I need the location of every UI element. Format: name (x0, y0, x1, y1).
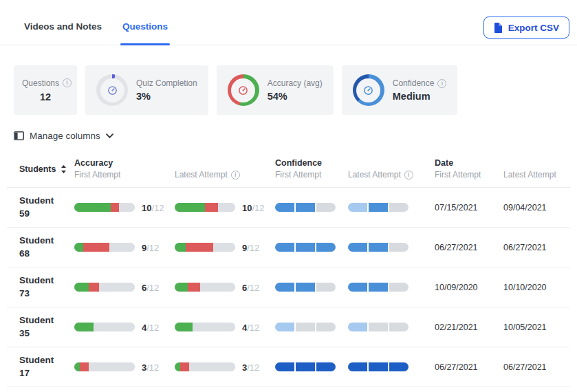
student-name: Student59 (19, 195, 74, 221)
table-body: Student5910/1210/1207/15/202109/04/2021S… (7, 188, 570, 387)
columns-icon (14, 131, 24, 140)
table-row: Student354/124/1202/21/202110/05/2021 (7, 307, 570, 347)
accuracy-bar (74, 203, 135, 212)
column-header-date-latest: Latest Attempt (503, 158, 570, 179)
accuracy-bar-segment (175, 362, 180, 371)
confidence-bar-segment (348, 362, 367, 371)
confidence-label: Confidence (393, 78, 435, 88)
accuracy-bar (74, 283, 135, 292)
accuracy-cell: 10/12 (74, 202, 175, 214)
student-name-cell: Student17 (19, 354, 74, 380)
tab-label: Videos and Notes (24, 21, 102, 32)
accuracy-bar-segment (175, 283, 188, 292)
questions-card-label-row: Questions (22, 78, 69, 88)
confidence-bar (348, 362, 409, 371)
date-group-label: Date (435, 158, 503, 168)
accuracy-cell: 9/12 (74, 241, 175, 254)
confidence-bar-segment (369, 323, 388, 331)
student-name-cell: Student59 (19, 195, 74, 221)
score-label: 10/12 (142, 202, 164, 214)
date-latest-attempt: 06/27/2021 (503, 243, 570, 252)
confidence-bar (275, 203, 336, 212)
confidence-cell (275, 203, 348, 212)
confidence-cell (275, 362, 348, 371)
score: 10 (242, 203, 252, 213)
accuracy-bar-segment (119, 203, 135, 212)
score-label: 6/12 (242, 281, 259, 294)
score-label: 10/12 (242, 202, 265, 214)
score-total: /12 (146, 362, 159, 373)
score-total: /12 (252, 203, 264, 213)
confidence-bar-segment (369, 362, 388, 371)
accuracy-bar-segment (175, 203, 205, 212)
confidence-bar-segment (316, 243, 336, 252)
score-total: /12 (247, 362, 259, 373)
confidence-bar-segment (275, 362, 294, 371)
latest-attempt-label: Latest Attempt (175, 170, 228, 179)
manage-columns-button[interactable]: Manage columns (14, 131, 113, 141)
confidence-bar (348, 203, 409, 212)
accuracy-bar (175, 243, 235, 252)
table-row: Student173/123/1206/27/202106/27/2021 (7, 347, 570, 387)
info-icon[interactable] (63, 78, 72, 87)
confidence-bar-segment (316, 203, 336, 212)
accuracy-bar-segment (175, 323, 193, 331)
info-icon[interactable] (231, 171, 240, 179)
accuracy-bar-segment (74, 243, 83, 252)
student-name: Student17 (19, 354, 74, 380)
column-header-confidence-latest: Latest Attempt (348, 158, 435, 179)
score-label: 3/12 (142, 361, 159, 373)
accuracy-cell: 3/12 (175, 361, 275, 373)
column-header-accuracy-first: Accuracy First Attempt (74, 158, 175, 179)
questions-label: Questions (22, 78, 59, 88)
tab-bar: Videos and Notes Questions Export CSV (0, 0, 577, 45)
column-header-students[interactable]: Students (19, 164, 74, 174)
score-label: 3/12 (242, 361, 259, 373)
confidence-cell (348, 323, 435, 331)
table-row: Student689/129/1206/27/202106/27/2021 (7, 228, 570, 268)
accuracy-stat-card: Accuracy (avg) 54% (217, 65, 334, 115)
confidence-value: Medium (393, 91, 447, 102)
tab-questions[interactable]: Questions (112, 8, 178, 45)
confidence-bar-segment (296, 203, 315, 212)
accuracy-label: Accuracy (avg) (268, 78, 323, 88)
tab-videos-and-notes[interactable]: Videos and Notes (14, 8, 112, 45)
table-row: Student5910/1210/1207/15/202109/04/2021 (7, 188, 570, 228)
confidence-bar-segment (275, 323, 294, 331)
confidence-cell (348, 243, 435, 252)
date-first-attempt: 07/15/2021 (435, 203, 503, 213)
accuracy-bar-segment (74, 283, 89, 292)
accuracy-bar (175, 362, 235, 371)
accuracy-bar-segment (186, 243, 213, 252)
sort-icon (61, 165, 67, 173)
confidence-bar-segment (296, 243, 315, 252)
accuracy-bar-segment (188, 283, 200, 292)
first-attempt-label: First Attempt (275, 170, 321, 179)
confidence-bar-segment (316, 283, 336, 292)
info-icon[interactable] (437, 79, 446, 88)
confidence-bar-segment (275, 243, 294, 252)
stats-cards: Questions 12 Quiz Completion 3% (14, 65, 563, 115)
confidence-donut (353, 74, 384, 106)
score-total: /12 (146, 283, 159, 293)
score-total: /12 (146, 323, 159, 333)
confidence-cell (348, 283, 435, 292)
accuracy-bar-segment (74, 323, 94, 331)
confidence-bar-segment (296, 283, 315, 292)
accuracy-bar (74, 323, 135, 331)
student-name: Student68 (19, 235, 74, 261)
export-csv-button[interactable]: Export CSV (483, 17, 569, 39)
confidence-bar-segment (296, 362, 315, 371)
manage-columns-label: Manage columns (30, 131, 100, 141)
accuracy-bar-segment (175, 243, 186, 252)
export-file-icon (494, 23, 503, 33)
accuracy-bar-segment (213, 243, 235, 252)
score-total: /12 (247, 243, 259, 253)
donut-hole (231, 78, 255, 102)
student-name: Student73 (19, 274, 74, 301)
accuracy-group-label: Accuracy (74, 158, 175, 168)
accuracy-bar-segment (218, 203, 235, 212)
info-icon[interactable] (404, 171, 413, 179)
accuracy-bar (175, 203, 235, 212)
accuracy-cell: 3/12 (74, 361, 175, 373)
